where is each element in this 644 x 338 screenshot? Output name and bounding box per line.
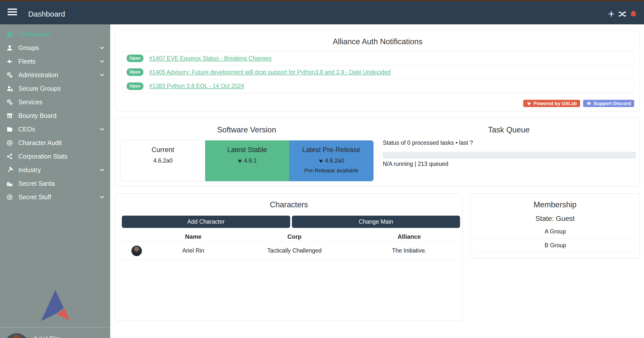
notifications-title: Alliance Auth Notifications — [116, 37, 640, 46]
gitlab-tanuki-icon — [526, 101, 532, 106]
add-character-button[interactable]: Add Character — [122, 216, 290, 228]
sidebar-item-label: Industry — [18, 166, 41, 174]
sidebar-item-fleets[interactable]: Fleets — [0, 55, 110, 68]
membership-group-list: A Group B Group — [475, 225, 636, 252]
notifications-list: Open #1407 EVE Equinox Status - Breaking… — [122, 51, 633, 93]
chevron-down-icon — [99, 44, 105, 51]
eye-icon — [6, 139, 18, 146]
notification-row: Open #1405 Advisory: Future development … — [122, 65, 633, 79]
task-queue-status: Status of 0 processed tasks • last ? — [383, 139, 473, 146]
sidebar-item-label: Administration — [18, 71, 58, 79]
gears-icon — [6, 72, 18, 78]
header-name: Name — [156, 233, 231, 240]
notification-row: Open #1383 Python 3.8 EOL - 14 Oct 2024 — [122, 79, 633, 93]
shop-icon — [6, 112, 18, 119]
notification-link[interactable]: #1407 EVE Equinox Status - Breaking Chan… — [149, 55, 272, 62]
chevron-down-icon — [99, 72, 105, 78]
list-item: A Group — [475, 225, 636, 238]
footer-badges: Powered by GitLab Support Discord — [523, 100, 634, 107]
sidebar-item-industry[interactable]: Industry — [0, 163, 110, 177]
folder-icon — [6, 126, 18, 133]
sidebar-item-secret-stuff[interactable]: Secret Stuff — [0, 190, 110, 204]
sidebar-item-label: Groups — [18, 44, 39, 52]
sidebar-item-label: Character Audit — [18, 139, 62, 147]
badge-label: Powered by GitLab — [534, 101, 577, 106]
notification-row: Open #1407 EVE Equinox Status - Breaking… — [122, 52, 633, 65]
change-main-button[interactable]: Change Main — [292, 216, 460, 228]
version-current: Current 4.6.2a0 — [121, 140, 205, 181]
characters-table-header: Name Corp Alliance — [118, 232, 461, 242]
task-queue-progressbar — [383, 152, 636, 159]
version-latest-stable: Latest Stable 4.6.1 — [205, 140, 289, 181]
sidebar-item-services[interactable]: Services — [0, 95, 110, 109]
header-alliance: Alliance — [358, 233, 461, 240]
sidebar-item-secure-groups[interactable]: Secure Groups — [0, 82, 110, 95]
software-version-title: Software Version — [116, 125, 378, 134]
version-box: Current 4.6.2a0 Latest Stable 4.6.1 Late… — [121, 140, 374, 181]
sidebar-item-character-audit[interactable]: Character Audit — [0, 136, 110, 150]
sidebar-item-label: Services — [18, 99, 43, 106]
status-badge: Open — [127, 82, 143, 90]
gitlab-tanuki-icon — [318, 158, 323, 163]
sidebar-item-label: Dashboard — [18, 31, 49, 38]
sidebar-item-label: Fleets — [18, 58, 35, 65]
hammer-icon — [6, 167, 18, 173]
characters-table: Name Corp Alliance Ariel Rin Tactically … — [118, 232, 461, 260]
notification-link[interactable]: #1383 Python 3.8 EOL - 14 Oct 2024 — [149, 83, 244, 89]
badge-label: Support Discord — [593, 101, 631, 106]
sidebar-item-ceos[interactable]: CEOs — [0, 122, 110, 136]
version-col-header: Current — [121, 146, 205, 154]
sidebar-item-groups[interactable]: Groups — [0, 41, 110, 55]
prerelease-note: Pre-Release available — [289, 167, 373, 174]
chevron-down-icon — [99, 167, 105, 173]
discord-icon — [586, 101, 591, 106]
status-badge: Open — [127, 55, 143, 62]
characters-title: Characters — [116, 200, 462, 209]
hamburger-menu-icon[interactable] — [8, 9, 17, 17]
sidebar-item-bounty-board[interactable]: Bounty Board — [0, 109, 110, 122]
membership-title: Membership — [470, 200, 640, 209]
membership-panel: Membership State: Guest A Group B Group — [470, 194, 640, 258]
version-latest-prerelease: Latest Pre-Release 4.6.2a0 Pre-Release a… — [289, 140, 373, 181]
alliance-auth-logo — [40, 289, 70, 322]
membership-state: State: Guest — [470, 215, 640, 223]
version-value: 4.6.1 — [244, 157, 257, 164]
chevron-down-icon — [99, 126, 105, 132]
notifications-panel: Alliance Auth Notifications Open #1407 E… — [115, 30, 640, 111]
eye-icon — [6, 194, 18, 201]
sidebar-item-secret-santa[interactable]: Secret Santa — [0, 177, 110, 190]
cell-character-corp: Tactically Challenged — [231, 247, 358, 254]
sidebar-item-dashboard[interactable]: Dashboard — [0, 27, 110, 41]
gifts-icon — [6, 180, 18, 187]
sidebar-item-label: Corporation Stats — [18, 153, 67, 160]
top-navbar: Dashboard + — [0, 2, 644, 24]
user-avatar — [5, 333, 29, 338]
page-title: Dashboard — [28, 10, 65, 18]
notification-link[interactable]: #1405 Advisory: Future development will … — [149, 69, 391, 76]
plus-icon[interactable]: + — [608, 9, 615, 19]
sidebar-item-corporation-stats[interactable]: Corporation Stats — [0, 150, 110, 163]
characters-panel: Characters Add Character Change Main Nam… — [115, 194, 463, 321]
version-value: 4.6.2a0 — [325, 157, 344, 164]
powered-by-gitlab-badge[interactable]: Powered by GitLab — [523, 100, 580, 107]
software-taskqueue-panel: Software Version Task Queue Current 4.6.… — [115, 117, 640, 186]
table-row: Ariel Rin Tactically Challenged The Init… — [118, 242, 461, 260]
gears-icon — [6, 99, 18, 106]
sidebar-item-label: Secret Stuff — [18, 194, 51, 201]
sidebar-item-label: Secret Santa — [18, 180, 55, 187]
sidebar-item-label: Secure Groups — [18, 85, 61, 92]
gitlab-tanuki-icon — [237, 158, 242, 163]
support-discord-badge[interactable]: Support Discord — [583, 100, 634, 107]
task-queue-section: Status of 0 processed tasks • last ? N/A… — [383, 117, 636, 187]
status-badge: Open — [127, 68, 143, 76]
sidebar-item-administration[interactable]: Administration — [0, 68, 110, 82]
shuffle-icon[interactable] — [618, 10, 627, 18]
bell-icon[interactable] — [629, 10, 637, 18]
cell-character-alliance: The Initiative. — [358, 247, 461, 254]
sidebar-user-panel: Ariel Rin Tactically Challenged The Init… — [0, 327, 110, 338]
sidebar-item-label: Bounty Board — [18, 112, 57, 119]
version-value: 4.6.2a0 — [153, 157, 173, 164]
version-col-header: Latest Stable — [205, 146, 289, 154]
chevron-down-icon — [99, 194, 105, 200]
user-icon — [6, 44, 18, 51]
